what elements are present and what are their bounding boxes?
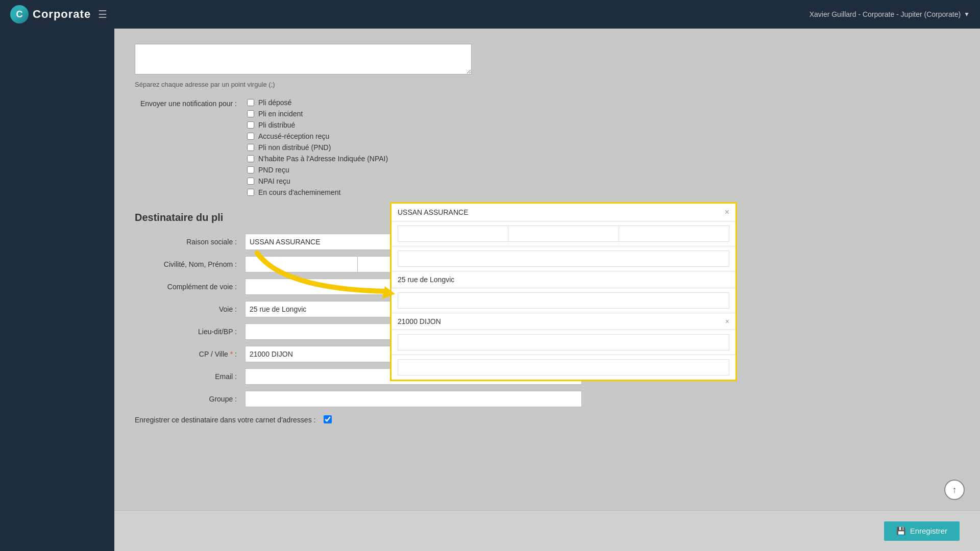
complement-voie-label: Complément de voie : — [135, 283, 237, 291]
main-content: Séparez chaque adresse par un point virg… — [114, 29, 980, 551]
checkbox-npai-label: N'habite Pas à l'Adresse Indiquée (NPAI) — [258, 155, 388, 163]
checkbox-npai: N'habite Pas à l'Adresse Indiquée (NPAI) — [247, 155, 388, 163]
checkbox-pnd-recu: PND reçu — [247, 166, 388, 174]
groupe-input[interactable] — [245, 391, 582, 407]
required-indicator: * — [230, 350, 233, 358]
civilite-input[interactable] — [245, 256, 358, 272]
logo: C Corporate — [10, 5, 91, 23]
highlight-email-row — [391, 330, 736, 355]
highlight-civilite-row — [391, 221, 736, 246]
highlight-cp-ville-input[interactable] — [398, 317, 725, 325]
groupe-row: Groupe : — [135, 391, 960, 407]
checkbox-en-cours-input[interactable] — [247, 189, 254, 196]
highlight-raison-sociale-row: × — [391, 204, 736, 221]
enregistrer-button[interactable]: 💾 Enregistrer — [884, 521, 960, 541]
save-icon: 💾 — [896, 527, 906, 536]
checkbox-pnd-input[interactable] — [247, 144, 254, 151]
checkbox-pli-depose: Pli déposé — [247, 98, 388, 107]
checkbox-accuse-reception: Accusé-réception reçu — [247, 132, 388, 140]
voie-label: Voie : — [135, 305, 237, 313]
email-input[interactable] — [135, 44, 472, 74]
checkbox-accuse-reception-input[interactable] — [247, 133, 254, 140]
checkbox-pnd-label: Pli non distribué (PND) — [258, 143, 331, 152]
highlight-email-input[interactable] — [398, 334, 729, 350]
checkbox-pli-incident-input[interactable] — [247, 110, 254, 117]
chevron-down-icon: ▼ — [964, 11, 970, 18]
header-left: C Corporate ☰ — [10, 5, 107, 23]
checkbox-pnd-recu-input[interactable] — [247, 166, 254, 173]
checkbox-npai-recu-label: NPAI reçu — [258, 177, 290, 185]
sidebar — [0, 29, 114, 551]
logo-icon: C — [10, 5, 29, 23]
highlight-cp-ville-row: × — [391, 313, 736, 330]
header: C Corporate ☰ Xavier Guillard - Corporat… — [0, 0, 980, 29]
highlight-nom-input[interactable] — [508, 226, 619, 242]
menu-icon[interactable]: ☰ — [98, 8, 107, 20]
groupe-label: Groupe : — [135, 395, 237, 403]
highlight-complement-input[interactable] — [398, 251, 729, 267]
logo-text: Corporate — [33, 8, 91, 21]
email-label: Email : — [135, 372, 237, 381]
highlight-groupe-row — [391, 355, 736, 380]
user-menu[interactable]: Xavier Guillard - Corporate - Jupiter (C… — [810, 10, 970, 18]
checkbox-pli-distribue: Pli distribué — [247, 121, 388, 129]
scroll-up-button[interactable]: ↑ — [944, 480, 965, 500]
highlight-voie-input[interactable] — [398, 276, 729, 284]
email-area-container: Séparez chaque adresse par un point virg… — [135, 44, 960, 88]
checkbox-npai-input[interactable] — [247, 155, 254, 162]
highlight-form-box: × × — [390, 202, 737, 381]
civilite-label: Civilité, Nom, Prénom : — [135, 260, 237, 268]
highlight-prenom-input[interactable] — [619, 226, 729, 242]
highlight-complement-row — [391, 246, 736, 271]
checkbox-pnd: Pli non distribué (PND) — [247, 143, 388, 152]
arrow-up-icon: ↑ — [952, 485, 957, 495]
notification-checkboxes: Pli déposé Pli en incident Pli distribué… — [247, 98, 388, 196]
close-icon[interactable]: × — [721, 208, 729, 217]
notification-label: Envoyer une notification pour : — [135, 98, 237, 108]
highlight-lieu-dit-input[interactable] — [398, 292, 729, 309]
highlight-groupe-input[interactable] — [398, 359, 729, 375]
clear-cp-ville-icon[interactable]: × — [725, 317, 729, 325]
checkbox-en-cours: En cours d'acheminement — [247, 188, 388, 196]
checkbox-npai-recu-input[interactable] — [247, 178, 254, 185]
logo-letter: C — [16, 9, 23, 20]
lieu-dit-label: Lieu-dit/BP : — [135, 328, 237, 336]
bottom-bar: 💾 Enregistrer — [114, 510, 980, 551]
hint-text: Séparez chaque adresse par un point virg… — [135, 81, 960, 88]
checkbox-en-cours-label: En cours d'acheminement — [258, 188, 340, 196]
checkbox-pli-depose-label: Pli déposé — [258, 98, 291, 107]
notification-section: Envoyer une notification pour : Pli dépo… — [135, 98, 960, 196]
checkbox-pli-incident: Pli en incident — [247, 110, 388, 118]
cp-ville-label: CP / Ville * : — [135, 350, 237, 358]
save-address-label: Enregistrer ce destinataire dans votre c… — [135, 413, 315, 425]
highlight-voie-row — [391, 271, 736, 288]
checkbox-pli-incident-label: Pli en incident — [258, 110, 303, 118]
raison-sociale-label: Raison sociale : — [135, 238, 237, 246]
highlight-raison-sociale-input[interactable] — [398, 208, 721, 216]
user-info-text: Xavier Guillard - Corporate - Jupiter (C… — [810, 10, 961, 18]
checkbox-pli-distribue-input[interactable] — [247, 121, 254, 129]
checkbox-pli-distribue-label: Pli distribué — [258, 121, 295, 129]
checkbox-pnd-recu-label: PND reçu — [258, 166, 289, 174]
checkbox-pli-depose-input[interactable] — [247, 99, 254, 106]
enregistrer-label: Enregistrer — [910, 527, 947, 535]
highlight-civilite-input[interactable] — [398, 226, 508, 242]
save-address-checkbox[interactable] — [324, 415, 332, 423]
highlight-lieu-dit-row — [391, 288, 736, 313]
save-address-row: Enregistrer ce destinataire dans votre c… — [135, 413, 960, 425]
checkbox-accuse-reception-label: Accusé-réception reçu — [258, 132, 329, 140]
checkbox-npai-recu: NPAI reçu — [247, 177, 388, 185]
